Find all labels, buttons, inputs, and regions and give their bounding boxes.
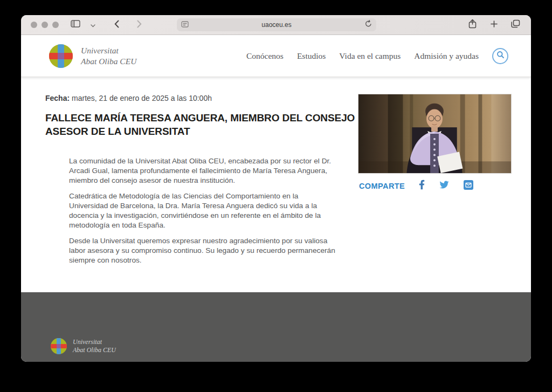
article-title: FALLECE MARÍA TERESA ANGUERA, MIEMBRO DE… [45, 111, 364, 138]
email-share-button[interactable] [464, 180, 473, 192]
sidebar-toggle-button[interactable] [68, 18, 82, 32]
uao-logo-mark [49, 44, 73, 68]
footer-logo-text: Universitat Abat Oliba CEU [73, 338, 116, 354]
back-icon [114, 20, 119, 30]
twitter-icon [439, 180, 450, 191]
share-label: COMPARTE [359, 182, 405, 190]
tab-overview-button[interactable] [508, 18, 522, 32]
reader-button[interactable] [181, 18, 189, 31]
reload-icon [365, 20, 372, 30]
new-tab-button[interactable] [487, 18, 501, 32]
twitter-share-button[interactable] [439, 180, 450, 191]
browser-window: uaoceu.es [21, 15, 531, 362]
footer-logo-mark [51, 338, 67, 354]
share-button[interactable] [465, 18, 479, 32]
url-text: uaoceu.es [261, 21, 291, 29]
maximize-button[interactable] [52, 22, 59, 28]
date-label: Fecha: [45, 94, 70, 102]
back-button[interactable] [109, 18, 123, 32]
site-logo[interactable]: Universitat Abat Oliba CEU [49, 44, 136, 68]
sidebar-chevron-button[interactable] [86, 18, 100, 32]
minimize-button[interactable] [42, 22, 48, 28]
article-date: Fecha: martes, 21 de enero de 2025 a las… [45, 94, 212, 102]
nav-item-estudios[interactable]: Estudios [297, 51, 326, 61]
main-nav: Conócenos Estudios Vida en el campus Adm… [246, 48, 531, 64]
sidebar-icon [71, 20, 80, 30]
search-button[interactable] [492, 48, 508, 64]
site-logo-text: Universitat Abat Oliba CEU [81, 45, 136, 66]
traffic-lights [31, 22, 59, 28]
chevron-down-icon [91, 20, 95, 30]
reload-button[interactable] [365, 18, 372, 31]
nav-item-admision-y-ayudas[interactable]: Admisión y ayudas [414, 51, 479, 61]
share-section: COMPARTE [359, 180, 473, 192]
plus-icon [491, 20, 498, 30]
share-icon [468, 19, 477, 31]
close-button[interactable] [31, 22, 37, 28]
date-value: martes, 21 de enero de 2025 a las 10:00h [70, 94, 212, 102]
titlebar: uaoceu.es [21, 15, 531, 35]
reader-icon [181, 20, 189, 30]
article: Fecha: martes, 21 de enero de 2025 a las… [21, 77, 531, 293]
nav-item-vida-en-el-campus[interactable]: Vida en el campus [339, 51, 401, 61]
article-photo [358, 94, 512, 174]
forward-icon [137, 20, 142, 30]
site-footer: Universitat Abat Oliba CEU [21, 292, 531, 362]
search-icon [496, 51, 505, 61]
paragraph: Desde la Universitat queremos expresar n… [69, 236, 335, 266]
site-header: Universitat Abat Oliba CEU Conócenos Est… [21, 35, 531, 77]
photo-illustration [358, 94, 511, 173]
tab-overview-icon [511, 19, 520, 30]
forward-button[interactable] [132, 18, 146, 32]
article-body: La comunidad de la Universitat Abat Olib… [69, 156, 335, 271]
facebook-icon [419, 180, 425, 192]
email-icon [464, 180, 473, 192]
footer-logo[interactable]: Universitat Abat Oliba CEU [51, 338, 116, 354]
url-bar[interactable]: uaoceu.es [177, 18, 376, 31]
nav-item-conocenos[interactable]: Conócenos [246, 51, 284, 61]
paragraph: Catedrática de Metodología de las Cienci… [69, 191, 335, 231]
paragraph: La comunidad de la Universitat Abat Olib… [69, 156, 335, 186]
facebook-share-button[interactable] [419, 180, 425, 192]
